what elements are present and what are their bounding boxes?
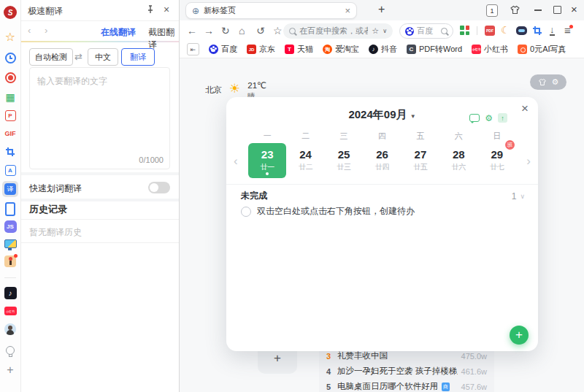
source-lang-button[interactable]: 自动检测	[29, 48, 73, 66]
screen-cast-icon[interactable]	[0, 239, 20, 248]
weather-temp: 21℃	[247, 81, 266, 90]
tab-close-icon[interactable]: ×	[345, 5, 350, 16]
minimize-button[interactable]	[534, 9, 542, 11]
profile-avatar[interactable]	[0, 323, 20, 335]
pdf-tools-icon[interactable]: P	[0, 110, 20, 121]
refresh-icon[interactable]: ↻	[221, 25, 230, 36]
address-placeholder: 在百度中搜索，或者...	[299, 26, 368, 36]
favorites-star-icon[interactable]: ☆	[0, 31, 20, 43]
ideas-bulb-icon[interactable]	[0, 346, 20, 355]
quick-translate-toggle[interactable]	[148, 182, 170, 193]
calendar-day[interactable]: 24廿二	[286, 143, 324, 178]
bookmark-jd[interactable]: JD京东	[247, 44, 275, 55]
tab-strip: ⊕ 新标签页 × + 1 ×	[180, 0, 584, 20]
jd-icon: JD	[247, 45, 256, 54]
back-icon[interactable]: ←	[187, 25, 197, 36]
bookmark-xiaohongshu[interactable]: 小红书小红书	[472, 44, 508, 55]
search-icon[interactable]	[441, 28, 447, 34]
heat-value: 475.0w	[461, 352, 487, 361]
chevron-down-icon[interactable]: ∨	[383, 28, 387, 34]
page-theme-pill[interactable]: ⚙	[530, 74, 566, 90]
translator-header: 极速翻译 ×	[20, 0, 179, 21]
next-week-icon[interactable]: ›	[526, 154, 531, 169]
add-tool-icon[interactable]: +	[0, 364, 20, 376]
tab-count-badge[interactable]: 1	[486, 4, 498, 17]
translate-button[interactable]: 翻译	[121, 48, 155, 66]
target-lang-button[interactable]: 中文	[88, 48, 118, 66]
search-engine-box[interactable]: 百度	[399, 23, 453, 39]
xiaohongshu-icon[interactable]: 小红书	[0, 307, 20, 315]
calendar-day[interactable]: 27廿五	[402, 143, 439, 178]
calendar-actions: ⚙ ↑	[469, 113, 507, 123]
calendar-day[interactable]: 25廿三	[325, 143, 363, 178]
menu-icon[interactable]: ≡	[564, 24, 571, 36]
ai-assistant-icon[interactable]	[516, 26, 527, 35]
home-icon[interactable]: ⌂	[239, 25, 245, 36]
browser-tab[interactable]: ⊕ 新标签页 ×	[185, 2, 357, 19]
baidu-icon	[209, 45, 218, 54]
chevron-down-icon[interactable]: ∨	[520, 193, 525, 200]
douyin-icon[interactable]: ♪	[0, 287, 20, 299]
todo-hint-item[interactable]: 双击空白处或点击右下角按钮，创建待办	[241, 205, 415, 218]
pdf2word-icon: C	[407, 45, 416, 54]
theme-shirt-icon[interactable]	[510, 5, 520, 17]
add-favorite-icon[interactable]: ☆	[372, 26, 379, 36]
bookmark-aitaobao[interactable]: 淘爱淘宝	[323, 44, 359, 55]
calendar-day-selected[interactable]: 23廿一	[248, 143, 286, 178]
bookmark-ai-photo[interactable]: 0元AI写真	[518, 44, 566, 55]
maximize-button[interactable]	[553, 6, 561, 14]
newtab-content: 北京 ☀ 21℃ 晴 ⚙ × 2024年09月 ▼ ⚙ ↑ 一 二	[180, 58, 584, 392]
translate-input-area[interactable]: 输入要翻译的文字 0/1000	[29, 67, 170, 169]
screenshot-icon[interactable]	[533, 26, 542, 37]
history-clock-icon[interactable]	[0, 53, 20, 64]
panel-back-icon[interactable]: ‹	[28, 25, 31, 36]
js-tools-icon[interactable]: JS	[0, 220, 20, 233]
bookmark-douyin[interactable]: ♪抖音	[369, 44, 397, 55]
panel-forward-icon[interactable]: ›	[45, 25, 47, 36]
calendar-day[interactable]: 28廿六	[439, 143, 477, 178]
game-center-icon[interactable]	[0, 255, 20, 267]
undo-icon[interactable]: ↺	[256, 25, 265, 36]
ocr-scan-icon[interactable]: A	[0, 165, 20, 176]
forward-icon[interactable]: →	[204, 25, 214, 36]
heat-value: 461.6w	[461, 367, 487, 376]
screen-record-icon[interactable]	[0, 72, 20, 83]
gif-capture-icon[interactable]: GIF	[0, 130, 20, 137]
translator-close-icon[interactable]: ×	[164, 4, 169, 15]
bookmarks-bar: ⇤ 百度 JD京东 T天猫 淘爱淘宝 ♪抖音 CPDF转Word 小红书小红书 …	[180, 41, 584, 58]
gear-icon[interactable]: ⚙	[552, 77, 559, 87]
apps-grid-icon[interactable]	[460, 26, 469, 35]
char-counter: 0/1000	[139, 155, 164, 164]
new-tab-button[interactable]: +	[378, 3, 385, 16]
swap-languages-icon[interactable]: ⇄	[74, 51, 82, 62]
calendar-day[interactable]: 26廿四	[363, 143, 401, 178]
calendar-day[interactable]: 29廿七班	[478, 143, 516, 178]
pin-icon[interactable]	[146, 5, 155, 16]
add-todo-fab[interactable]: +	[510, 326, 529, 345]
bookmark-pdf2word[interactable]: CPDF转Word	[407, 44, 462, 55]
window-close-button[interactable]: ×	[571, 3, 577, 15]
download-icon[interactable]: ↓	[550, 25, 555, 36]
tab-online-translate[interactable]: 在线翻译	[101, 26, 136, 39]
phone-mirror-icon[interactable]	[0, 202, 20, 216]
collapse-sidebar-icon[interactable]: ⇤	[187, 43, 199, 55]
bookmark-baidu[interactable]: 百度	[209, 44, 237, 55]
qrcode-icon[interactable]: ▦	[0, 92, 20, 102]
calendar-settings-icon[interactable]: ⚙	[485, 114, 493, 123]
night-mode-icon[interactable]: ☾	[501, 24, 510, 36]
app-logo-icon[interactable]: S	[0, 6, 20, 19]
feedback-chat-icon[interactable]	[469, 114, 480, 122]
hot-search-item[interactable]: 5 电脑桌面日历哪个软件好用 商 457.6w	[326, 379, 487, 392]
address-bar[interactable]: 在百度中搜索，或者... ☆ ∨	[283, 23, 393, 39]
hot-search-item[interactable]: 4 加沙一孕妇死于空袭 孩子掉楼梯上 461.6w	[326, 364, 487, 379]
bookmark-star-icon[interactable]: ☆	[273, 25, 283, 36]
todo-checkbox[interactable]	[241, 207, 251, 217]
pdf-toolbar-icon[interactable]: PDF	[485, 26, 495, 36]
translate-input-placeholder: 输入要翻译的文字	[37, 75, 107, 88]
crop-icon[interactable]	[0, 147, 20, 156]
prev-week-icon[interactable]: ‹	[234, 154, 238, 169]
bookmark-tmall[interactable]: T天猫	[285, 44, 313, 55]
translate-tool-icon[interactable]: 译	[0, 181, 20, 197]
upload-icon[interactable]: ↑	[498, 113, 507, 123]
weekday-header: 一 二 三 四 五 六 日	[248, 131, 516, 142]
